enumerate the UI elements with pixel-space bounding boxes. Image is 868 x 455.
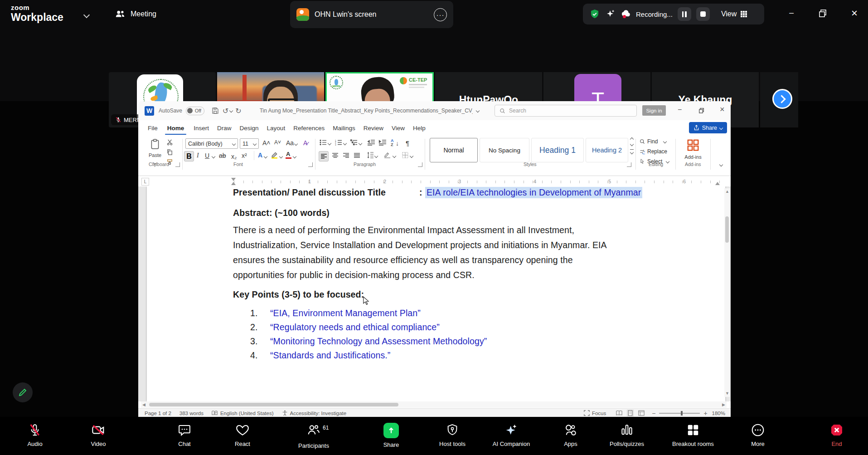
font-dialog-launcher[interactable]	[308, 162, 313, 167]
increase-indent-icon[interactable]	[378, 139, 386, 146]
vertical-scroll-thumb[interactable]	[725, 216, 729, 243]
tab-home[interactable]: Home	[166, 125, 186, 132]
cut-icon[interactable]	[166, 139, 173, 146]
horizontal-scroll-thumb[interactable]	[149, 403, 398, 406]
document-page[interactable]: Presentation/ Panel discussion Title : E…	[147, 186, 725, 401]
scroll-up-arrow[interactable]: ▲	[725, 190, 729, 194]
horizontal-ruler[interactable]: L 1 2 3 4 5 6	[141, 177, 727, 187]
bullet-list-icon[interactable]	[320, 139, 327, 146]
align-right-button[interactable]	[343, 153, 349, 158]
dock-audio[interactable]: Audio	[8, 423, 62, 447]
next-participants-button[interactable]	[772, 89, 792, 109]
share-button[interactable]: Share	[689, 122, 727, 133]
tab-shared-screen[interactable]: OHN Lwin's screen ···	[290, 1, 453, 28]
justify-button[interactable]	[354, 153, 360, 158]
word-close-button[interactable]: ×	[720, 105, 725, 114]
zoom-percentage[interactable]: 180%	[712, 411, 725, 416]
document-canvas[interactable]: Presentation/ Panel discussion Title : E…	[138, 186, 731, 401]
view-button[interactable]: View	[721, 10, 747, 18]
page-indicator[interactable]: Page 1 of 2	[145, 411, 171, 416]
tab-selector[interactable]: L	[141, 178, 149, 186]
line-spacing-icon[interactable]	[367, 152, 373, 158]
shrink-font-icon[interactable]: A˅	[274, 139, 281, 146]
text-effects-icon[interactable]: A	[258, 152, 262, 159]
right-indent-marker[interactable]	[715, 182, 720, 185]
print-layout-icon[interactable]	[627, 410, 634, 416]
pause-recording-button[interactable]	[678, 7, 691, 21]
tab-layout[interactable]: Layout	[266, 125, 287, 132]
stop-recording-button[interactable]	[696, 7, 710, 21]
find-button[interactable]: Find	[640, 138, 666, 145]
redo-icon[interactable]: ↻	[235, 107, 241, 115]
font-name-select[interactable]: Calibri (Body)	[185, 138, 238, 149]
font-color-button[interactable]: A	[286, 151, 290, 157]
word-count[interactable]: 383 words	[179, 411, 204, 416]
window-close-button[interactable]: ×	[847, 7, 862, 20]
tab-more-options-icon[interactable]: ···	[434, 8, 447, 21]
italic-button[interactable]: I	[197, 152, 199, 159]
autosave-toggle[interactable]: Off	[186, 107, 204, 115]
decrease-indent-icon[interactable]	[367, 139, 375, 146]
dock-end[interactable]: End	[810, 423, 864, 447]
window-restore-button[interactable]	[818, 8, 828, 18]
first-line-indent-marker[interactable]	[231, 178, 236, 181]
dock-host-tools[interactable]: Host tools	[425, 423, 480, 447]
ai-sparkle-icon[interactable]	[605, 8, 616, 20]
security-shield-icon[interactable]	[589, 8, 600, 20]
style-normal[interactable]: Normal	[430, 138, 478, 162]
highlight-color-button[interactable]	[271, 151, 278, 161]
tab-view[interactable]: View	[390, 125, 406, 132]
dock-apps[interactable]: Apps	[543, 423, 598, 447]
hanging-indent-marker[interactable]	[231, 182, 236, 185]
dock-ai-companion[interactable]: AI Companion	[484, 423, 538, 447]
scroll-left-arrow[interactable]: ◀	[142, 403, 145, 407]
addins-button[interactable]: Add-ins	[681, 138, 705, 160]
read-mode-icon[interactable]	[616, 410, 622, 416]
clipboard-dialog-launcher[interactable]	[175, 162, 180, 167]
font-size-select[interactable]: 11	[240, 138, 259, 149]
styles-scroll-up-icon[interactable]	[630, 137, 634, 141]
zoom-out-button[interactable]: −	[652, 410, 655, 417]
zoom-slider[interactable]	[659, 413, 700, 414]
window-minimize-button[interactable]: −	[784, 8, 799, 19]
scroll-down-arrow[interactable]: ▼	[725, 391, 729, 396]
dock-polls[interactable]: Polls/quizzes	[600, 423, 654, 447]
sort-icon[interactable]: AZ	[391, 139, 394, 147]
horizontal-scrollbar[interactable]: ◀ ▶	[141, 401, 727, 408]
strikethrough-button[interactable]: ab	[219, 152, 226, 159]
word-minimize-button[interactable]: −	[678, 106, 682, 114]
styles-dialog-launcher[interactable]	[627, 162, 631, 167]
undo-icon[interactable]: ↺	[223, 107, 228, 115]
align-center-button[interactable]	[332, 153, 338, 158]
style-heading-2[interactable]: Heading 2	[586, 138, 628, 162]
dock-react[interactable]: React	[215, 423, 270, 447]
change-case-icon[interactable]: Aa	[286, 139, 297, 147]
shading-icon[interactable]	[384, 152, 391, 158]
tab-draw[interactable]: Draw	[216, 125, 233, 132]
title-chevron-down-icon[interactable]	[475, 109, 479, 113]
styles-gallery-scroll[interactable]	[630, 138, 634, 154]
zoom-slider-thumb[interactable]	[681, 411, 683, 416]
align-left-button[interactable]	[319, 151, 329, 161]
dock-share[interactable]: Share	[364, 423, 418, 448]
dock-breakout-rooms[interactable]: Breakout rooms	[666, 423, 720, 447]
dock-chat[interactable]: Chat	[157, 423, 212, 447]
focus-toggle[interactable]: Focus	[592, 411, 606, 416]
replace-button[interactable]: Replace	[640, 148, 667, 155]
zoom-in-button[interactable]: +	[703, 410, 707, 417]
search-input[interactable]: Search	[495, 105, 637, 117]
annotate-button[interactable]	[13, 382, 33, 402]
word-restore-button[interactable]	[698, 107, 705, 114]
clear-formatting-icon[interactable]: A̷	[303, 139, 307, 147]
scroll-right-arrow[interactable]: ▶	[722, 403, 725, 407]
tab-insert[interactable]: Insert	[192, 125, 210, 132]
dock-more[interactable]: More	[731, 423, 785, 447]
vertical-scrollbar[interactable]: ▲ ▼	[724, 188, 730, 397]
sign-in-button[interactable]: Sign in	[642, 105, 666, 116]
proofing-icon[interactable]	[212, 410, 218, 416]
accessibility-status[interactable]: Accessibility: Investigate	[290, 411, 347, 416]
tab-help[interactable]: Help	[412, 125, 427, 132]
styles-gallery-more-icon[interactable]	[630, 151, 634, 154]
copy-icon[interactable]	[166, 149, 173, 156]
workspace-chevron-down-icon[interactable]	[83, 12, 90, 18]
